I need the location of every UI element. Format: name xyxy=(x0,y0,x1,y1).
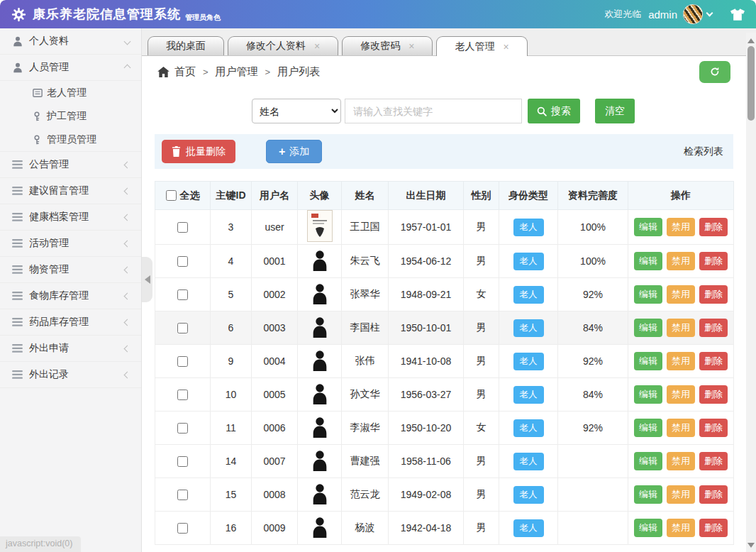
disable-button[interactable]: 禁用 xyxy=(667,352,695,370)
edit-button[interactable]: 编辑 xyxy=(634,485,662,504)
delete-button[interactable]: 删除 xyxy=(699,419,728,437)
scroll-down-arrow-icon[interactable] xyxy=(747,543,755,548)
row-avatar-cell xyxy=(298,412,342,445)
user-icon xyxy=(12,62,29,73)
add-button[interactable]: + 添加 xyxy=(266,140,322,163)
sidebar-item[interactable]: 个人资料 xyxy=(0,28,141,55)
user-avatar[interactable] xyxy=(683,4,703,24)
clear-button[interactable]: 清空 xyxy=(595,99,635,123)
delete-button[interactable]: 删除 xyxy=(699,319,728,337)
row-id-cell: 5 xyxy=(211,278,252,311)
row-id-cell: 16 xyxy=(211,512,252,545)
search-input[interactable] xyxy=(345,99,522,123)
disable-button[interactable]: 禁用 xyxy=(667,319,695,337)
batch-delete-button[interactable]: 批量删除 xyxy=(162,140,235,163)
disable-button[interactable]: 禁用 xyxy=(667,452,695,470)
edit-button[interactable]: 编辑 xyxy=(634,218,662,236)
sidebar-item[interactable]: 外出申请 xyxy=(0,336,141,362)
edit-button[interactable]: 编辑 xyxy=(634,419,662,437)
row-checkbox[interactable] xyxy=(177,356,188,367)
sidebar-item[interactable]: 食物库存管理 xyxy=(0,283,141,309)
edit-button[interactable]: 编辑 xyxy=(634,452,662,470)
disable-button[interactable]: 禁用 xyxy=(667,385,695,404)
delete-button[interactable]: 删除 xyxy=(699,218,728,236)
scrollbar-thumb[interactable] xyxy=(747,46,755,121)
row-checkbox[interactable] xyxy=(177,423,188,434)
row-checkbox-cell xyxy=(155,245,211,278)
chevron-down-icon[interactable] xyxy=(706,10,713,17)
row-actions-cell: 编辑禁用删除 xyxy=(628,412,734,445)
tab-item[interactable]: 修改密码× xyxy=(342,36,433,55)
edit-button[interactable]: 编辑 xyxy=(634,252,662,270)
gear-icon xyxy=(11,7,26,22)
row-id-cell: 9 xyxy=(211,345,252,378)
scroll-up-arrow-icon[interactable] xyxy=(747,38,755,43)
delete-button[interactable]: 删除 xyxy=(699,352,728,370)
edit-button[interactable]: 编辑 xyxy=(634,385,662,404)
search-button[interactable]: 搜索 xyxy=(528,99,580,123)
menu-icon xyxy=(12,213,29,221)
row-checkbox[interactable] xyxy=(177,490,188,500)
disable-button[interactable]: 禁用 xyxy=(667,285,695,304)
delete-button[interactable]: 删除 xyxy=(699,252,728,270)
breadcrumb-link[interactable]: 用户管理 xyxy=(216,65,258,79)
disable-button[interactable]: 禁用 xyxy=(667,519,695,537)
edit-button[interactable]: 编辑 xyxy=(634,352,662,370)
edit-button[interactable]: 编辑 xyxy=(634,285,662,304)
delete-button[interactable]: 删除 xyxy=(699,485,728,504)
menu-icon xyxy=(12,344,29,353)
delete-button[interactable]: 删除 xyxy=(699,452,728,470)
row-checkbox[interactable] xyxy=(177,456,188,467)
sidebar-item[interactable]: 物资管理 xyxy=(0,257,141,283)
row-progress-cell: 100% xyxy=(558,245,628,278)
sidebar-item[interactable]: 建议留言管理 xyxy=(0,178,141,204)
disable-button[interactable]: 禁用 xyxy=(667,218,695,236)
search-field-select[interactable]: 姓名 xyxy=(252,99,341,123)
delete-button[interactable]: 删除 xyxy=(699,385,728,404)
select-all-checkbox[interactable] xyxy=(166,190,177,201)
sidebar-item[interactable]: 健康档案管理 xyxy=(0,204,141,231)
person-silhouette-icon xyxy=(311,517,329,540)
edit-button[interactable]: 编辑 xyxy=(634,519,662,537)
row-checkbox[interactable] xyxy=(177,222,188,233)
row-checkbox[interactable] xyxy=(177,390,188,400)
row-progress-cell: 92% xyxy=(558,278,628,311)
sidebar-item[interactable]: 外出记录 xyxy=(0,362,141,388)
refresh-button[interactable] xyxy=(699,61,730,83)
row-checkbox[interactable] xyxy=(177,256,188,267)
vertical-scrollbar[interactable] xyxy=(746,33,756,552)
row-checkbox[interactable] xyxy=(177,289,188,300)
disable-button[interactable]: 禁用 xyxy=(667,252,695,270)
edit-button[interactable]: 编辑 xyxy=(634,319,662,337)
disable-button[interactable]: 禁用 xyxy=(667,419,695,437)
table-row: 50002张翠华1948-09-21女老人92%编辑禁用删除 xyxy=(155,278,734,311)
row-avatar-cell xyxy=(298,311,342,345)
sidebar-item[interactable]: 人员管理 xyxy=(0,55,141,81)
sidebar-item[interactable]: 药品库存管理 xyxy=(0,309,141,336)
row-checkbox[interactable] xyxy=(177,323,188,333)
delete-button[interactable]: 删除 xyxy=(699,519,728,537)
breadcrumb-link[interactable]: 用户列表 xyxy=(277,65,320,79)
row-birth-cell: 1958-11-06 xyxy=(389,445,464,478)
tab-close-icon[interactable]: × xyxy=(408,41,414,51)
sidebar-collapse-handle[interactable] xyxy=(142,257,152,302)
sidebar-item[interactable]: 公告管理 xyxy=(0,152,141,178)
disable-button[interactable]: 禁用 xyxy=(667,485,695,504)
row-avatar-cell xyxy=(298,378,342,412)
delete-button[interactable]: 删除 xyxy=(699,285,728,304)
row-checkbox[interactable] xyxy=(177,523,188,534)
sidebar-item[interactable]: 活动管理 xyxy=(0,231,141,257)
tab-item[interactable]: 我的桌面 xyxy=(148,36,224,55)
sidebar-subitem[interactable]: 管理员管理 xyxy=(0,128,141,151)
tab-close-icon[interactable]: × xyxy=(314,41,320,51)
breadcrumb-link[interactable]: 首页 xyxy=(174,65,196,79)
sidebar-subitem[interactable]: 老人管理 xyxy=(0,81,141,104)
sidebar-subitem-label: 管理员管理 xyxy=(47,133,96,146)
current-username[interactable]: admin xyxy=(648,9,677,21)
tab-item[interactable]: 修改个人资料× xyxy=(228,36,338,55)
theme-shirt-icon[interactable] xyxy=(730,9,745,21)
tab-item[interactable]: 老人管理× xyxy=(436,36,527,56)
row-birth-cell: 1954-06-12 xyxy=(389,245,464,278)
sidebar-subitem[interactable]: 护工管理 xyxy=(0,104,141,128)
tab-close-icon[interactable]: × xyxy=(503,42,508,52)
